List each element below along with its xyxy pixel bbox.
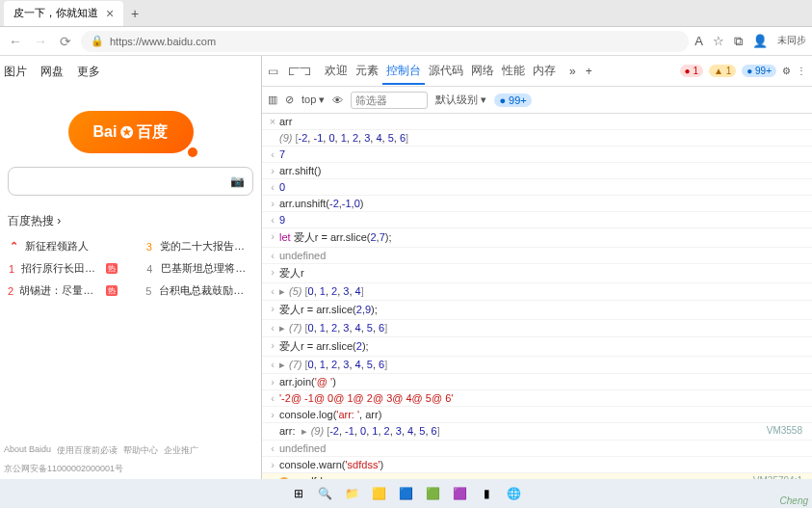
line-gutter-icon: › bbox=[266, 266, 279, 278]
footer-link[interactable]: 帮助中心 bbox=[123, 444, 158, 457]
console-line[interactable]: ‹undefined bbox=[262, 441, 812, 457]
devtools-tab[interactable]: 控制台 bbox=[382, 58, 425, 85]
console-line[interactable]: ›arr.unshift(-2,-1,0) bbox=[262, 196, 812, 212]
line-gutter-icon: ‹ bbox=[266, 285, 279, 297]
taskbar-app-icon[interactable]: 🌐 bbox=[504, 483, 525, 504]
console-line[interactable]: ‹0 bbox=[262, 179, 812, 196]
devtools-tab[interactable]: 内存 bbox=[529, 58, 560, 83]
console-output[interactable]: ×arr(9) [-2, -1, 0, 1, 2, 3, 4, 5, 6]‹7›… bbox=[262, 114, 812, 479]
warning-count-badge[interactable]: ▲ 1 bbox=[709, 65, 736, 77]
console-line[interactable]: ›爱人r = arr.slice(2); bbox=[262, 337, 812, 357]
read-aloud-icon[interactable]: A bbox=[694, 34, 703, 49]
line-gutter-icon: ‹ bbox=[266, 442, 279, 454]
console-line[interactable]: ‹▸(7) [0, 1, 2, 3, 4, 5, 6] bbox=[262, 357, 812, 374]
console-line[interactable]: ‹9 bbox=[262, 212, 812, 228]
line-content: 9 bbox=[279, 214, 808, 226]
settings-icon[interactable]: ⚙ bbox=[782, 66, 791, 76]
url-input[interactable]: 🔒 https://www.baidu.com bbox=[81, 31, 689, 52]
inspect-icon[interactable]: ▭ bbox=[268, 65, 278, 78]
new-tab-button[interactable]: + bbox=[123, 6, 146, 21]
search-input[interactable]: 📷 bbox=[8, 167, 253, 196]
taskbar-app-icon[interactable]: ▮ bbox=[477, 483, 498, 504]
hot-item[interactable]: 2胡锡进：尽量不要搞大范围静默管理热 bbox=[8, 280, 118, 302]
devtools-tab[interactable]: 性能 bbox=[498, 58, 529, 83]
info-count-badge[interactable]: ● 99+ bbox=[742, 65, 776, 77]
line-content: 爱人r = arr.slice(2); bbox=[279, 339, 808, 354]
hot-rank: 5 bbox=[144, 285, 154, 297]
console-line[interactable]: ›arr.join('@ ') bbox=[262, 374, 812, 390]
reload-button[interactable]: ⟳ bbox=[56, 34, 75, 49]
baidu-logo[interactable]: Bai ✪ 百度 bbox=[68, 111, 194, 153]
more-tabs-icon[interactable]: » bbox=[569, 65, 576, 78]
sidebar-toggle-icon[interactable]: ▥ bbox=[268, 94, 277, 106]
hot-item[interactable]: 5台积电总裁鼓励员工休假 bbox=[144, 280, 254, 302]
issues-badge[interactable]: ● 99+ bbox=[494, 94, 531, 107]
favorite-icon[interactable]: ☆ bbox=[713, 34, 724, 49]
page-nav-item[interactable]: 网盘 bbox=[40, 64, 64, 80]
page-nav-item[interactable]: 更多 bbox=[77, 64, 100, 80]
back-button[interactable]: ← bbox=[6, 34, 25, 49]
console-line[interactable]: ›console.log('arr: ', arr) bbox=[262, 407, 812, 423]
profile-icon[interactable]: 👤 bbox=[752, 34, 768, 49]
eye-icon[interactable]: 👁 bbox=[332, 94, 343, 106]
line-content: ▸(5) [0, 1, 2, 3, 4] bbox=[279, 285, 808, 298]
hot-item[interactable]: 4巴基斯坦总理将访华 bbox=[144, 257, 254, 280]
close-icon[interactable]: × bbox=[106, 6, 114, 21]
console-line[interactable]: ×arr bbox=[262, 114, 812, 130]
console-line[interactable]: ‹'-2@ -1@ 0@ 1@ 2@ 3@ 4@ 5@ 6' bbox=[262, 390, 812, 407]
console-line[interactable]: ‹7 bbox=[262, 147, 812, 163]
console-line[interactable]: ›爱人r = arr.slice(2,9); bbox=[262, 301, 812, 320]
taskbar-app-icon[interactable]: 🟪 bbox=[450, 483, 471, 504]
footer-link[interactable]: About Baidu bbox=[4, 444, 51, 457]
footer-link[interactable]: 京公网安备11000002000001号 bbox=[4, 463, 123, 475]
hot-search-header[interactable]: 百度热搜 › bbox=[8, 213, 253, 229]
devtools-tab[interactable]: 元素 bbox=[352, 58, 382, 83]
console-line[interactable]: arr: ▸(9) [-2, -1, 0, 1, 2, 3, 4, 5, 6]V… bbox=[262, 423, 812, 441]
clear-console-icon[interactable]: ⊘ bbox=[285, 94, 294, 106]
level-selector[interactable]: 默认级别 ▾ bbox=[435, 93, 486, 107]
camera-icon[interactable]: 📷 bbox=[230, 174, 245, 188]
device-toggle-icon[interactable]: ⫍⫎ bbox=[288, 65, 311, 78]
line-content: 0 bbox=[279, 181, 808, 193]
taskbar-app-icon[interactable]: 🔍 bbox=[315, 483, 336, 504]
devtools-tab[interactable]: 网络 bbox=[467, 58, 498, 83]
source-link[interactable]: VM3558 bbox=[767, 425, 808, 436]
console-line[interactable]: ›let 爱人r = arr.slice(2,7); bbox=[262, 228, 812, 248]
logo-right: 百度 bbox=[137, 122, 168, 143]
collections-icon[interactable]: ⧉ bbox=[734, 34, 743, 49]
devtools-tab[interactable]: 欢迎 bbox=[321, 58, 352, 83]
devtools-tab[interactable]: 源代码 bbox=[425, 58, 467, 83]
taskbar-app-icon[interactable]: ⊞ bbox=[288, 483, 309, 504]
kebab-icon[interactable]: ⋮ bbox=[797, 66, 806, 76]
browser-tab[interactable]: 皮一下，你就知道 × bbox=[4, 1, 123, 26]
windows-taskbar: ⊞🔍📁🟨🟦🟩🟪▮🌐Cheng bbox=[0, 479, 812, 508]
console-line[interactable]: ‹undefined bbox=[262, 248, 812, 264]
console-toolbar: ▥ ⊘ top ▾ 👁 默认级别 ▾ ● 99+ bbox=[262, 87, 812, 114]
console-line[interactable]: ‹▸(7) [0, 1, 2, 3, 4, 5, 6] bbox=[262, 320, 812, 337]
add-tab-icon[interactable]: + bbox=[586, 65, 592, 78]
console-line[interactable]: (9) [-2, -1, 0, 1, 2, 3, 4, 5, 6] bbox=[262, 130, 812, 147]
console-line[interactable]: ‹▸(5) [0, 1, 2, 3, 4] bbox=[262, 283, 812, 301]
line-content: arr.shift() bbox=[279, 165, 808, 176]
taskbar-app-icon[interactable]: 🟦 bbox=[396, 483, 417, 504]
forward-button[interactable]: → bbox=[31, 34, 50, 49]
console-line[interactable]: ›console.warn('sdfdss') bbox=[262, 457, 812, 473]
taskbar-app-icon[interactable]: 📁 bbox=[342, 483, 363, 504]
hot-text: 新征程领路人 bbox=[25, 239, 89, 254]
line-content: 爱人r = arr.slice(2,9); bbox=[279, 303, 808, 317]
line-content: arr bbox=[279, 116, 808, 127]
console-line[interactable]: ›爱人r bbox=[262, 264, 812, 283]
error-count-badge[interactable]: ● 1 bbox=[680, 65, 703, 77]
filter-input[interactable] bbox=[351, 92, 428, 109]
hot-item[interactable]: 3党的二十大报告诞生记 bbox=[144, 235, 254, 257]
hot-badge: 热 bbox=[106, 263, 118, 274]
footer-link[interactable]: 企业推广 bbox=[164, 444, 198, 457]
hot-item[interactable]: ⌃新征程领路人 bbox=[8, 235, 118, 257]
footer-link[interactable]: 使用百度前必读 bbox=[57, 444, 118, 457]
context-selector[interactable]: top ▾ bbox=[301, 94, 325, 106]
taskbar-app-icon[interactable]: 🟩 bbox=[423, 483, 444, 504]
taskbar-app-icon[interactable]: 🟨 bbox=[369, 483, 390, 504]
hot-item[interactable]: 1招行原行长田惠宇被逮捕热 bbox=[8, 257, 118, 280]
page-nav-item[interactable]: 图片 bbox=[4, 64, 27, 80]
console-line[interactable]: ›arr.shift() bbox=[262, 163, 812, 179]
